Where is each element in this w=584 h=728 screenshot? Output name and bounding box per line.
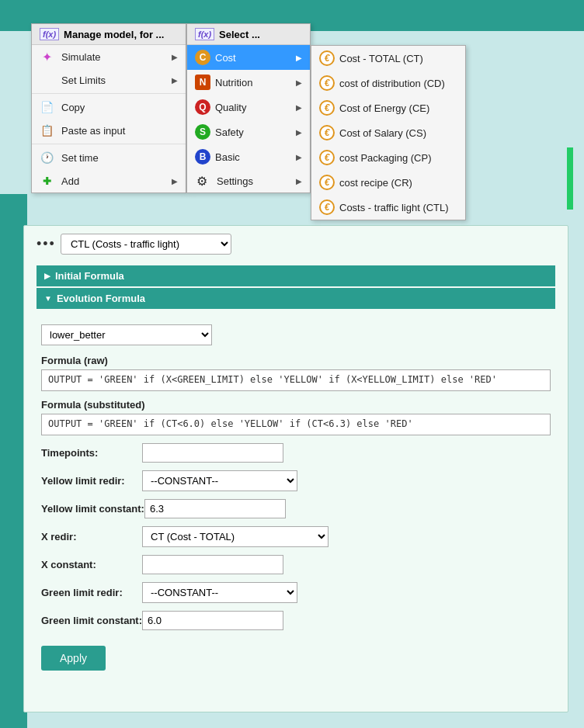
cost-salary-icon: € xyxy=(319,125,335,140)
selector-row: ••• CTL (Costs - traffic light) xyxy=(36,234,555,255)
formula-sub-box: OUTPUT = 'GREEN' if (CT<6.0) else 'YELLO… xyxy=(41,414,551,435)
evolution-formula-label: Evolution Formula xyxy=(57,293,145,304)
menu-separator-2 xyxy=(32,144,186,144)
timepoints-label: Timepoints: xyxy=(41,447,142,459)
green-limit-const-label: Green limit constant: xyxy=(41,615,142,626)
simulate-icon: ✦ xyxy=(40,50,54,64)
timepoints-input[interactable] xyxy=(142,443,283,463)
apply-button[interactable]: Apply xyxy=(41,646,106,671)
menu-item-quality[interactable]: Q Quality ▶ xyxy=(187,95,310,120)
basic-label: Basic xyxy=(215,151,291,163)
safety-arrow-icon: ▶ xyxy=(296,128,302,137)
x-redir-select[interactable]: CT (Cost - TOTAL) xyxy=(142,526,328,547)
menu-item-simulate[interactable]: ✦ Simulate ▶ xyxy=(32,45,186,68)
menu-item-add[interactable]: ✚ Add ▶ xyxy=(32,169,186,192)
cost-icon: C xyxy=(195,50,210,65)
fx-icon-l2: f(x) xyxy=(195,28,214,40)
cost-packaging-label: cost Packaging (CP) xyxy=(339,152,432,164)
settings-arrow-icon: ▶ xyxy=(296,177,302,185)
formula-sub-label: Formula (substituted) xyxy=(41,399,551,411)
quality-arrow-icon: ▶ xyxy=(296,103,302,112)
menu-item-basic[interactable]: B Basic ▶ xyxy=(187,144,310,169)
evolution-formula-body: lower_better Formula (raw) OUTPUT = 'GRE… xyxy=(36,317,555,678)
menu-item-cost-recipe[interactable]: € cost recipe (CR) xyxy=(311,170,465,195)
x-redir-row: X redir: CT (Cost - TOTAL) xyxy=(41,526,551,547)
evolution-formula-header[interactable]: ▼ Evolution Formula xyxy=(36,288,555,309)
set-limits-icon xyxy=(40,73,54,87)
menu-separator-1 xyxy=(32,93,186,94)
menu-item-cost[interactable]: C Cost ▶ xyxy=(187,45,310,70)
menu-item-set-time[interactable]: 🕐 Set time xyxy=(32,146,186,169)
menu-level2-title-text: Select ... xyxy=(219,29,260,40)
yellow-limit-const-label: Yellow limit constant: xyxy=(41,503,144,515)
basic-arrow-icon: ▶ xyxy=(296,153,302,161)
costs-traffic-light-label: Costs - traffic light (CTL) xyxy=(339,202,449,213)
menu-item-copy[interactable]: 📄 Copy xyxy=(32,95,186,119)
nutrition-label: Nutrition xyxy=(215,77,291,88)
initial-formula-label: Initial Formula xyxy=(55,270,124,282)
x-const-row: X constant: xyxy=(41,555,551,574)
formula-raw-box: OUTPUT = 'GREEN' if (X<GREEN_LIMIT) else… xyxy=(41,369,551,391)
ctl-selector[interactable]: CTL (Costs - traffic light) xyxy=(61,234,231,255)
simulate-label: Simulate xyxy=(61,51,167,63)
cost-recipe-icon: € xyxy=(319,175,335,190)
settings-label: Settings xyxy=(217,175,291,187)
cost-energy-icon: € xyxy=(319,100,335,116)
paste-label: Paste as input xyxy=(61,125,178,137)
safety-icon: S xyxy=(195,124,210,140)
cost-total-label: Cost - TOTAL (CT) xyxy=(339,53,423,64)
copy-icon: 📄 xyxy=(40,100,54,114)
x-const-input[interactable] xyxy=(142,555,283,574)
green-limit-const-row: Green limit constant: xyxy=(41,611,551,630)
cost-recipe-label: cost recipe (CR) xyxy=(339,177,412,189)
set-time-label: Set time xyxy=(61,152,178,164)
fx-icon-l1: f(x) xyxy=(40,28,59,40)
paste-icon: 📋 xyxy=(40,123,54,137)
yellow-limit-redir-label: Yellow limit redir: xyxy=(41,475,142,487)
cost-total-icon: € xyxy=(319,50,335,66)
formula-raw-label: Formula (raw) xyxy=(41,355,551,366)
quality-label: Quality xyxy=(215,102,291,113)
cost-arrow-icon: ▶ xyxy=(296,54,302,62)
yellow-limit-const-input[interactable] xyxy=(144,499,286,518)
selector-dots: ••• xyxy=(36,236,56,252)
menu-item-cost-energy[interactable]: € Cost of Energy (CE) xyxy=(311,95,465,120)
safety-label: Safety xyxy=(215,127,291,138)
menu-item-cost-total[interactable]: € Cost - TOTAL (CT) xyxy=(311,46,465,71)
nutrition-icon: N xyxy=(195,75,210,90)
initial-formula-header[interactable]: ▶ Initial Formula xyxy=(36,265,555,286)
set-time-icon: 🕐 xyxy=(40,151,54,165)
copy-label: Copy xyxy=(61,102,178,113)
set-limits-label: Set Limits xyxy=(61,75,167,86)
yellow-limit-redir-row: Yellow limit redir: --CONSTANT-- xyxy=(41,470,551,491)
green-limit-redir-label: Green limit redir: xyxy=(41,587,142,598)
evolution-arrow-icon: ▼ xyxy=(44,294,52,303)
cost-distribution-label: cost of distribution (CD) xyxy=(339,78,445,89)
menu-item-nutrition[interactable]: N Nutrition ▶ xyxy=(187,70,310,95)
menu-item-cost-salary[interactable]: € Cost of Salary (CS) xyxy=(311,120,465,145)
menu-item-settings[interactable]: ⚙ Settings ▶ xyxy=(187,169,310,192)
green-limit-const-input[interactable] xyxy=(142,611,283,630)
green-limit-redir-row: Green limit redir: --CONSTANT-- xyxy=(41,582,551,603)
content-panel: ••• CTL (Costs - traffic light) ▶ Initia… xyxy=(23,225,568,712)
yellow-limit-redir-select[interactable]: --CONSTANT-- xyxy=(142,470,297,491)
quality-icon: Q xyxy=(195,99,210,115)
menu-level2-title: f(x) Select ... xyxy=(187,24,310,45)
x-const-label: X constant: xyxy=(41,559,142,570)
timepoints-row: Timepoints: xyxy=(41,443,551,463)
menu-item-cost-distribution[interactable]: € cost of distribution (CD) xyxy=(311,71,465,95)
menu-item-costs-traffic-light[interactable]: € Costs - traffic light (CTL) xyxy=(311,195,465,220)
add-arrow-icon: ▶ xyxy=(172,177,178,185)
settings-icon: ⚙ xyxy=(195,174,209,188)
menu-item-set-limits[interactable]: Set Limits ▶ xyxy=(32,68,186,92)
cost-distribution-icon: € xyxy=(319,75,335,91)
menu-item-paste[interactable]: 📋 Paste as input xyxy=(32,119,186,142)
x-redir-label: X redir: xyxy=(41,531,142,543)
menu-item-safety[interactable]: S Safety ▶ xyxy=(187,120,310,144)
add-label: Add xyxy=(61,175,167,187)
yellow-limit-const-row: Yellow limit constant: xyxy=(41,499,551,518)
basic-icon: B xyxy=(195,149,210,165)
formula-type-select[interactable]: lower_better xyxy=(41,324,212,345)
menu-item-cost-packaging[interactable]: € cost Packaging (CP) xyxy=(311,145,465,170)
green-limit-redir-select[interactable]: --CONSTANT-- xyxy=(142,582,297,603)
